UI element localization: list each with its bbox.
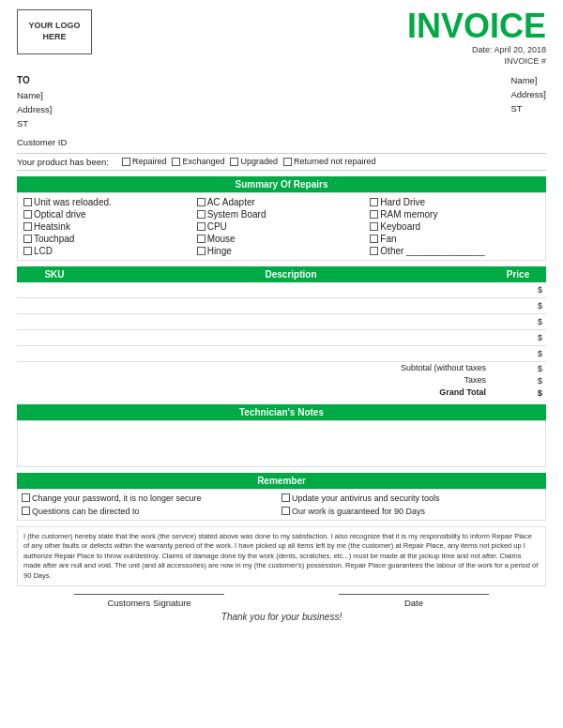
summary-item-1-3: Heatsink (23, 220, 193, 233)
summary-item-1-4: Touchpad (23, 233, 193, 245)
sku-cell (17, 345, 92, 361)
checkbox-mouse[interactable] (197, 235, 205, 243)
to-section: TO Name] Address] ST Name] Address] ST (17, 73, 546, 131)
grand-total-value: $ (490, 387, 546, 399)
invoice-date: Date: April 20, 2018 (407, 45, 546, 54)
logo-text: YOUR LOGO HERE (28, 21, 80, 42)
product-status-label: Your product has been: (17, 157, 109, 167)
summary-header: Summary Of Repairs (17, 176, 546, 192)
summary-content: Unit was reloaded. Optical drive Heatsin… (17, 192, 546, 261)
checkbox-harddrive[interactable] (370, 198, 378, 206)
subtotal-value: $ (490, 361, 546, 374)
checkbox-hinge[interactable] (197, 247, 205, 255)
summary-item-3-3: Keyboard (370, 220, 540, 233)
repaired-label: Repaired (132, 157, 167, 166)
remember-text-3: Questions can be directed to (32, 507, 140, 516)
price-cell: $ (490, 345, 546, 361)
from-name: Name] (511, 73, 547, 87)
upgraded-option: Upgraded (230, 157, 278, 166)
checkbox-ram[interactable] (370, 210, 378, 219)
to-left: TO Name] Address] ST (17, 73, 53, 131)
checkbox-lcd[interactable] (23, 247, 32, 255)
invoice-title-block: INVOICE Date: April 20, 2018 INVOICE # (407, 9, 546, 66)
table-row: $ (17, 282, 546, 298)
sku-cell (17, 297, 92, 313)
tech-notes-section: Technician's Notes (17, 404, 546, 467)
to-address: Address] (17, 102, 53, 116)
taxes-row: Taxes $ (17, 374, 546, 387)
returned-checkbox[interactable] (283, 158, 292, 166)
remember-checkbox-3[interactable] (22, 507, 30, 515)
summary-item-2-1: AC Adapter (197, 196, 367, 208)
desc-cell (92, 297, 490, 313)
price-cell: $ (490, 297, 546, 313)
table-row: $ (17, 329, 546, 345)
table-row: $ (17, 345, 546, 361)
tech-notes-header: Technician's Notes (17, 404, 546, 420)
remember-item-4: Our work is guaranteed for 90 Days (282, 505, 541, 518)
remember-checkbox-4[interactable] (282, 507, 290, 515)
to-name: Name] (17, 88, 53, 102)
exchanged-checkbox[interactable] (172, 158, 180, 166)
checkbox-cpu[interactable] (197, 222, 205, 231)
exchanged-label: Exchanged (182, 157, 224, 166)
checkbox-sysboard[interactable] (197, 210, 205, 219)
remember-text-2: Update your antivirus and security tools (292, 493, 440, 503)
desc-cell (92, 313, 490, 329)
price-cell: $ (490, 313, 546, 329)
sku-cell (17, 282, 92, 298)
summary-col-3: Hard Drive RAM memory Keyboard Fan Other… (368, 196, 541, 257)
subtotal-label: Subtotal (without taxes (17, 361, 490, 374)
invoice-number-label: INVOICE # (407, 56, 546, 66)
checkbox-optical[interactable] (23, 210, 32, 219)
checkbox-fan[interactable] (370, 235, 378, 243)
customer-id-label: Customer ID (17, 137, 67, 147)
exchanged-option: Exchanged (172, 157, 224, 166)
checkbox-ac[interactable] (197, 198, 205, 206)
checkbox-heatsink[interactable] (23, 222, 32, 231)
taxes-value: $ (490, 374, 546, 387)
summary-item-1-5: LCD (23, 245, 193, 257)
remember-text-4: Our work is guaranteed for 90 Days (292, 507, 425, 516)
summary-item-1-1: Unit was reloaded. (23, 196, 193, 208)
repaired-checkbox[interactable] (122, 158, 130, 166)
upgraded-checkbox[interactable] (230, 158, 238, 166)
tech-notes-area[interactable] (17, 420, 546, 467)
checkbox-unit[interactable] (23, 198, 32, 206)
table-row: $ (17, 297, 546, 313)
desc-cell (92, 345, 490, 361)
summary-grid: Unit was reloaded. Optical drive Heatsin… (22, 196, 541, 257)
summary-item-2-2: System Board (197, 208, 367, 220)
sku-header: SKU (17, 266, 92, 282)
summary-item-3-5: Other _______________ (370, 245, 540, 257)
remember-item-1: Change your password, it is no longer se… (22, 492, 282, 505)
thank-you-text: Thank you for your business! (17, 612, 546, 622)
summary-col-2: AC Adapter System Board CPU Mouse Hinge (195, 196, 369, 257)
checkbox-other[interactable] (370, 247, 378, 255)
summary-section: Summary Of Repairs Unit was reloaded. Op… (17, 176, 546, 261)
signature-row: Customers Signature Date (17, 594, 546, 608)
returned-label: Returned not repaired (294, 157, 376, 166)
summary-col-1: Unit was reloaded. Optical drive Heatsin… (22, 196, 195, 257)
remember-grid: Change your password, it is no longer se… (17, 489, 546, 521)
price-cell: $ (490, 282, 546, 298)
upgraded-label: Upgraded (240, 157, 278, 166)
sku-cell (17, 313, 92, 329)
invoice-heading: INVOICE (407, 9, 546, 43)
summary-item-3-1: Hard Drive (370, 196, 540, 208)
remember-checkbox-1[interactable] (22, 493, 30, 502)
price-header: Price (490, 266, 546, 282)
remember-checkbox-2[interactable] (282, 493, 290, 502)
from-address: Address] (511, 87, 547, 101)
remember-header: Remember (17, 473, 546, 489)
description-header: Description (92, 266, 490, 282)
remember-text-1: Change your password, it is no longer se… (32, 493, 202, 503)
to-right: Name] Address] ST (511, 73, 547, 131)
checkbox-keyboard[interactable] (370, 222, 378, 231)
summary-item-2-5: Hinge (197, 245, 367, 257)
sku-table: SKU Description Price $ $ $ $ $ (17, 266, 546, 399)
product-status-row: Your product has been: Repaired Exchange… (17, 153, 546, 171)
to-label: TO (17, 73, 53, 88)
checkbox-touchpad[interactable] (23, 235, 32, 243)
date-sig-block: Date (339, 594, 489, 608)
